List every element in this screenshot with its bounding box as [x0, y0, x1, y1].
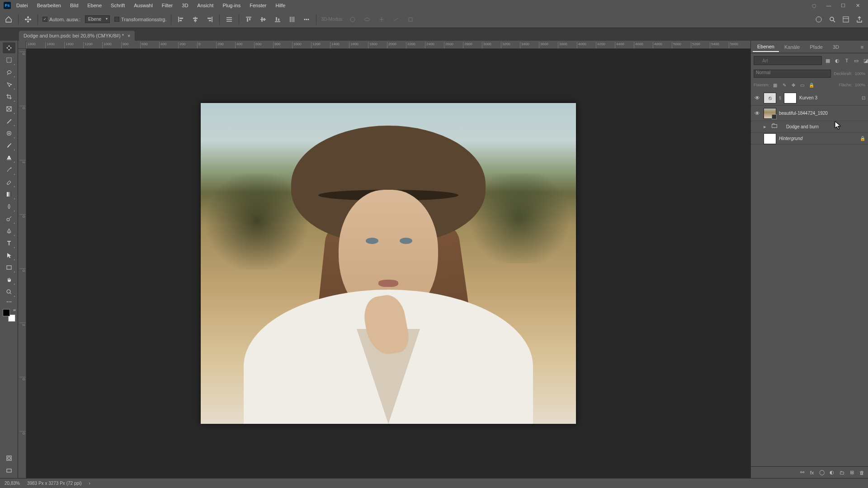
dodge-tool[interactable]	[3, 213, 15, 224]
layer-row[interactable]: ▸🗀Dodge and burn	[751, 121, 868, 133]
menu-bearbeiten[interactable]: Bearbeiten	[33, 0, 65, 11]
distribute-icon[interactable]	[224, 14, 234, 24]
stamp-tool[interactable]	[3, 152, 15, 163]
frame-tool[interactable]	[3, 103, 15, 114]
healing-tool[interactable]	[3, 128, 15, 139]
opacity-value[interactable]: 100%	[855, 71, 865, 76]
quick-mask-icon[interactable]	[3, 453, 15, 464]
cloud-icon[interactable]: ◌	[807, 1, 821, 10]
new-adjustment-icon[interactable]: ◐	[828, 469, 835, 476]
search-icon[interactable]	[827, 14, 837, 24]
fill-value[interactable]: 100%	[855, 83, 865, 87]
status-more-icon[interactable]: ›	[89, 481, 90, 486]
layer-thumbnail[interactable]: 🗀	[771, 122, 783, 132]
layer-filter-input[interactable]	[754, 56, 822, 65]
history-brush-tool[interactable]	[3, 164, 15, 175]
layer-mask-thumbnail[interactable]	[784, 93, 797, 103]
menu-datei[interactable]: Datei	[13, 0, 32, 11]
ruler-horizontal[interactable]: 1800160014001200100080060040020002004006…	[18, 41, 750, 49]
filter-type-icon[interactable]: T	[843, 56, 851, 65]
delete-layer-icon[interactable]: 🗑	[858, 469, 865, 476]
document-info[interactable]: 3983 Px x 3273 Px (72 ppi)	[27, 481, 82, 486]
brush-tool[interactable]	[3, 140, 15, 151]
layer-name[interactable]: Hintergrund	[779, 136, 857, 141]
menu-auswahl[interactable]: Auswahl	[130, 0, 156, 11]
screen-mode-icon[interactable]	[3, 465, 15, 476]
layer-clip-icon[interactable]: ⊡	[862, 95, 865, 100]
layer-lock-icon[interactable]: 🔒	[860, 136, 865, 141]
link-layers-icon[interactable]: ⚯	[798, 469, 806, 476]
filter-shape-icon[interactable]: ▭	[852, 56, 860, 65]
foreground-color-swatch[interactable]	[3, 309, 10, 316]
auto-select-checkbox[interactable]: ✓ Autom. ausw.:	[42, 17, 80, 22]
lasso-tool[interactable]	[3, 67, 15, 78]
align-top-icon[interactable]	[244, 14, 254, 24]
document-image[interactable]	[201, 103, 576, 424]
layer-row[interactable]: Hintergrund🔒	[751, 133, 868, 145]
align-middle-v-icon[interactable]	[258, 14, 268, 24]
panel-tab-3d[interactable]: 3D	[828, 42, 844, 52]
menu-ebene[interactable]: Ebene	[84, 0, 105, 11]
menu-bild[interactable]: Bild	[66, 0, 82, 11]
layer-thumbnail[interactable]	[764, 133, 776, 144]
swap-colors-icon[interactable]: ⇄	[13, 309, 16, 312]
zoom-tool[interactable]	[3, 286, 15, 297]
maximize-button[interactable]: ☐	[836, 1, 850, 10]
auto-select-target-dropdown[interactable]: Ebene	[85, 15, 110, 23]
blend-mode-dropdown[interactable]: Normal	[754, 70, 831, 78]
lock-all-icon[interactable]: 🔒	[808, 82, 815, 88]
filter-smart-icon[interactable]: ◪	[862, 56, 868, 65]
panel-menu-icon[interactable]: ≡	[858, 43, 866, 51]
layer-thumbnail[interactable]: ⎋	[764, 93, 776, 103]
menu-filter[interactable]: Filter	[158, 0, 176, 11]
canvas[interactable]	[26, 49, 750, 478]
path-select-tool[interactable]	[3, 250, 15, 261]
crop-tool[interactable]	[3, 91, 15, 102]
filter-image-icon[interactable]: ▦	[824, 56, 832, 65]
filter-adjust-icon[interactable]: ◐	[833, 56, 841, 65]
layer-name[interactable]: Kurven 3	[799, 95, 859, 100]
document-tab[interactable]: Dodge and burn.psdc bei 20,8% (CMYK/8#) …	[19, 31, 135, 41]
home-icon[interactable]	[4, 14, 14, 24]
distribute-v-icon[interactable]	[287, 14, 297, 24]
menu-fenster[interactable]: Fenster	[246, 0, 270, 11]
add-mask-icon[interactable]: ◯	[818, 469, 826, 476]
layer-row[interactable]: 👁⎋§Kurven 3⊡	[751, 90, 868, 106]
menu-schrift[interactable]: Schrift	[107, 0, 128, 11]
rectangle-tool[interactable]	[3, 262, 15, 273]
layer-name[interactable]: Dodge and burn	[786, 124, 865, 129]
hand-tool[interactable]	[3, 274, 15, 285]
ruler-vertical[interactable]: 00200200	[18, 49, 26, 478]
marquee-tool[interactable]	[3, 55, 15, 66]
color-swatches[interactable]: ⇄	[3, 309, 15, 322]
cloud-docs-icon[interactable]	[814, 14, 824, 24]
transform-controls-checkbox[interactable]: Transformationsstrg.	[114, 17, 166, 22]
minimize-button[interactable]: —	[822, 1, 835, 10]
close-tab-icon[interactable]: ×	[127, 33, 130, 38]
layer-row[interactable]: 👁beautiful-1844724_1920	[751, 106, 868, 121]
layer-fx-icon[interactable]: fx	[808, 469, 816, 476]
align-left-icon[interactable]	[176, 14, 186, 24]
move-tool[interactable]	[3, 42, 15, 53]
close-window-button[interactable]: ✕	[851, 1, 864, 10]
more-options-icon[interactable]	[302, 14, 311, 24]
blur-tool[interactable]	[3, 201, 15, 212]
menu-plug-ins[interactable]: Plug-ins	[219, 0, 244, 11]
move-tool-icon[interactable]	[23, 14, 33, 24]
layer-visibility-icon[interactable]: 👁	[754, 110, 761, 117]
menu-ansicht[interactable]: Ansicht	[193, 0, 217, 11]
eraser-tool[interactable]	[3, 177, 15, 188]
menu-hilfe[interactable]: Hilfe	[272, 0, 289, 11]
gradient-tool[interactable]	[3, 189, 15, 200]
panel-tab-kanäle[interactable]: Kanäle	[780, 42, 804, 52]
type-tool[interactable]	[3, 238, 15, 249]
zoom-level[interactable]: 20,83%	[5, 481, 20, 486]
align-right-icon[interactable]	[205, 14, 215, 24]
layer-expand-icon[interactable]: ▸	[764, 124, 768, 130]
layer-visibility-icon[interactable]: 👁	[754, 95, 761, 101]
layer-name[interactable]: beautiful-1844724_1920	[779, 111, 865, 116]
lock-artboard-icon[interactable]: ▭	[799, 82, 806, 88]
lock-pixels-icon[interactable]: ▦	[772, 82, 778, 88]
menu-3d[interactable]: 3D	[178, 0, 192, 11]
lock-position-icon[interactable]: ✎	[781, 82, 788, 88]
